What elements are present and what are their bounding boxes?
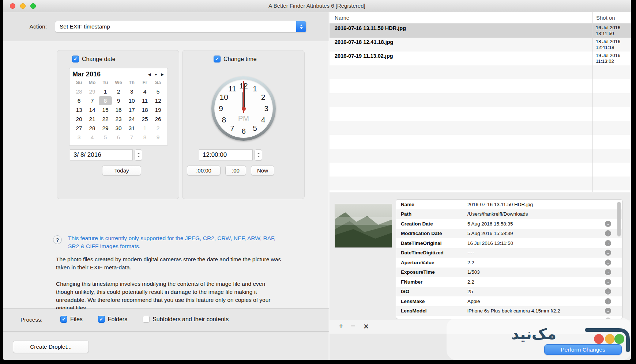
- calendar-day[interactable]: 11: [138, 96, 151, 105]
- apply-arrow-button arrow-right-icon[interactable]: →: [605, 259, 611, 266]
- calendar-day[interactable]: 9: [151, 133, 165, 142]
- create-droplet-button[interactable]: Create Droplet...: [13, 341, 89, 353]
- calendar-weekday: We: [112, 80, 125, 85]
- today-button[interactable]: Today: [102, 166, 141, 175]
- calendar-day[interactable]: 5: [99, 133, 112, 142]
- now-button[interactable]: Now: [251, 166, 274, 175]
- zero-minutes-seconds-button[interactable]: :00:00: [187, 166, 221, 175]
- process-checkbox[interactable]: ✓: [98, 316, 105, 323]
- help-icon[interactable]: ?: [53, 235, 62, 244]
- calendar-day[interactable]: 17: [125, 105, 138, 114]
- apply-arrow-button arrow-right-icon[interactable]: →: [605, 240, 611, 246]
- calendar-day[interactable]: 8: [138, 133, 151, 142]
- attribute-label: Name: [396, 202, 467, 207]
- calendar-day[interactable]: 29: [99, 124, 112, 133]
- calendar-day[interactable]: 15: [99, 105, 112, 114]
- current-month-button[interactable]: ●: [155, 72, 157, 76]
- attribute-value: 2.2: [467, 279, 622, 285]
- column-header-shot-on[interactable]: Shot on: [596, 15, 615, 21]
- process-checkbox[interactable]: [143, 316, 150, 323]
- calendar-day[interactable]: 6: [72, 96, 86, 105]
- calendar-day[interactable]: 23: [112, 114, 125, 124]
- apply-arrow-button arrow-right-icon[interactable]: →: [605, 221, 611, 227]
- calendar-day[interactable]: 2: [151, 124, 165, 133]
- calendar-day[interactable]: 5: [151, 87, 165, 96]
- calendar-day[interactable]: 29: [86, 87, 99, 96]
- calendar-day[interactable]: 12: [151, 96, 165, 105]
- apply-arrow-button arrow-right-icon[interactable]: →: [605, 230, 611, 236]
- watermark-logo-text: مک‌نید: [511, 326, 588, 342]
- calendar-day[interactable]: 22: [99, 114, 112, 124]
- process-checkbox[interactable]: ✓: [60, 316, 67, 323]
- file-panel: Name Shot on 2016-07-16 13.11.50 HDR.jpg…: [330, 12, 631, 360]
- column-separator[interactable]: [592, 12, 593, 192]
- clock-number: 3: [261, 103, 271, 114]
- calendar-day[interactable]: 3: [72, 133, 86, 142]
- column-header-name[interactable]: Name: [335, 15, 349, 21]
- file-row[interactable]: 2016-07-18 12.41.18.jpg18 Jul 201612:41:…: [330, 38, 631, 52]
- calendar-day[interactable]: 18: [138, 105, 151, 114]
- attribute-row: LensMakeApple→: [396, 296, 622, 306]
- attribute-row: ApertureValue2.2→: [396, 258, 622, 268]
- exif-settings-area: ✓ Change date Mar 2016 ◀ ● ▶ SuMoTuWeThF…: [3, 42, 329, 309]
- file-row[interactable]: 2016-07-16 13.11.50 HDR.jpg16 Jul 201613…: [330, 24, 631, 38]
- calendar-day[interactable]: 9: [112, 96, 125, 105]
- calendar-day[interactable]: 30: [112, 124, 125, 133]
- calendar-day[interactable]: 13: [72, 105, 86, 114]
- calendar-day[interactable]: 28: [72, 87, 86, 96]
- time-input[interactable]: 12:00:00: [199, 149, 253, 160]
- calendar-day[interactable]: 28: [86, 124, 99, 133]
- titlebar[interactable]: A Better Finder Attributes 6 [Registered…: [3, 0, 631, 12]
- next-month-button[interactable]: ▶: [161, 72, 164, 76]
- calendar-day[interactable]: 14: [86, 105, 99, 114]
- calendar-day[interactable]: 10: [125, 96, 138, 105]
- process-option-label: Subfolders and their contents: [153, 316, 229, 323]
- attribute-value: 2016-07-16 13.11.50 HDR.jpg: [467, 202, 622, 207]
- detail-scrollbar-thumb[interactable]: [617, 202, 621, 236]
- date-stepper[interactable]: [135, 149, 142, 160]
- process-option: ✓Folders: [98, 316, 127, 323]
- calendar-day[interactable]: 25: [138, 114, 151, 124]
- calendar-day[interactable]: 27: [72, 124, 86, 133]
- remove-files-button[interactable]: −: [351, 321, 355, 331]
- calendar-day[interactable]: 24: [125, 114, 138, 124]
- calendar-day[interactable]: 26: [151, 114, 165, 124]
- calendar-day[interactable]: 7: [86, 96, 99, 105]
- change-time-checkbox[interactable]: ✓: [214, 56, 221, 62]
- apply-arrow-button arrow-right-icon[interactable]: →: [605, 298, 611, 304]
- exif-attributes-table: Name2016-07-16 13.11.50 HDR.jpgPath/User…: [396, 199, 622, 319]
- apply-arrow-button arrow-right-icon[interactable]: →: [605, 250, 611, 256]
- clear-list-button[interactable]: ✕: [363, 322, 369, 331]
- calendar-day[interactable]: 19: [151, 105, 165, 114]
- calendar-day[interactable]: 21: [86, 114, 99, 124]
- calendar-day[interactable]: 2: [112, 87, 125, 96]
- calendar-day[interactable]: 3: [125, 87, 138, 96]
- add-files-button[interactable]: +: [339, 321, 343, 331]
- zero-seconds-button[interactable]: :00: [225, 166, 246, 175]
- time-stepper[interactable]: [255, 149, 262, 160]
- shot-date: 18 Jul 2016: [596, 39, 620, 44]
- help-paragraph-2: Changing this timestamp involves modifyi…: [56, 280, 283, 312]
- calendar-day[interactable]: 20: [72, 114, 86, 124]
- apply-arrow-button arrow-right-icon[interactable]: →: [605, 269, 611, 275]
- action-dropdown[interactable]: Set EXIF timestamp: [55, 21, 306, 33]
- file-row[interactable]: 2016-07-19 11.13.02.jpg19 Jul 201611:13:…: [330, 52, 631, 65]
- calendar-day[interactable]: 31: [125, 124, 138, 133]
- calendar-day[interactable]: 4: [138, 87, 151, 96]
- prev-month-button[interactable]: ◀: [148, 72, 151, 76]
- calendar-day[interactable]: 8: [99, 96, 112, 105]
- calendar-day[interactable]: 7: [125, 133, 138, 142]
- calendar-day[interactable]: 1: [99, 87, 112, 96]
- file-name: 2016-07-18 12.41.18.jpg: [335, 39, 393, 45]
- calendar-day[interactable]: 4: [86, 133, 99, 142]
- calendar-day[interactable]: 1: [138, 124, 151, 133]
- calendar-day[interactable]: 16: [112, 105, 125, 114]
- shot-date: 16 Jul 2016: [596, 25, 620, 30]
- apply-arrow-button arrow-right-icon[interactable]: →: [605, 288, 611, 295]
- apply-arrow-button arrow-right-icon[interactable]: →: [605, 308, 611, 314]
- date-input[interactable]: 3/ 8/ 2016: [70, 149, 133, 160]
- change-date-checkbox[interactable]: ✓: [72, 56, 79, 62]
- apply-arrow-button arrow-right-icon[interactable]: →: [605, 279, 611, 285]
- process-option-label: Folders: [108, 316, 127, 323]
- calendar-day[interactable]: 6: [112, 133, 125, 142]
